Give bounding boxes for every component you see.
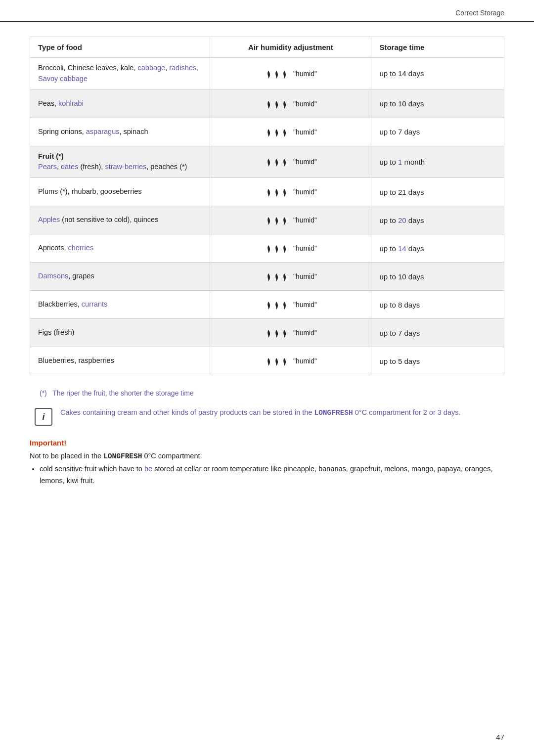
humidity-label: "humid" <box>293 128 317 136</box>
table-row: Figs (fresh) "humid" up <box>30 319 504 347</box>
humidity-label: "humid" <box>293 158 317 166</box>
col-header-storage: Storage time <box>371 37 504 58</box>
table-row: Apples (not sensitive to cold), quinces … <box>30 206 504 234</box>
storage-cell: up to 5 days <box>371 347 504 375</box>
humidity-label: "humid" <box>293 301 317 309</box>
food-cell: Peas, kohlrabi <box>30 89 210 118</box>
food-cell: Blueberries, raspberries <box>30 347 210 375</box>
storage-cell: up to 20 days <box>371 206 504 234</box>
food-cell: Broccoli, Chinese leaves, kale, cabbage,… <box>30 58 210 90</box>
table-row: Spring onions, asparagus, spinach "humid… <box>30 118 504 146</box>
table-row: Apricots, cherries "humid" <box>30 234 504 263</box>
humid-icon <box>265 95 288 113</box>
humid-icon <box>265 211 288 229</box>
storage-cell: up to 8 days <box>371 291 504 319</box>
food-cell: Fruit (*)Pears, dates (fresh), straw-ber… <box>30 146 210 178</box>
food-cell: Spring onions, asparagus, spinach <box>30 118 210 146</box>
col-header-humidity: Air humidity adjustment <box>210 37 371 58</box>
humidity-cell: "humid" <box>210 234 371 263</box>
humidity-cell: "humid" <box>210 118 371 146</box>
main-content: Type of food Air humidity adjustment Sto… <box>0 22 534 509</box>
humid-icon <box>265 267 288 285</box>
table-row: Blueberries, raspberries "humid" <box>30 347 504 375</box>
humid-icon <box>265 296 288 313</box>
humidity-cell: "humid" <box>210 319 371 347</box>
table-row: Blackberries, currants "humid" <box>30 291 504 319</box>
storage-cell: up to 14 days <box>371 234 504 263</box>
humid-icon <box>265 324 288 342</box>
food-cell: Plums (*), rhubarb, gooseberries <box>30 178 210 206</box>
storage-cell: up to 10 days <box>371 89 504 118</box>
note-text: Cakes containing cream and other kinds o… <box>60 407 461 419</box>
table-row: Damsons, grapes "humid" <box>30 263 504 291</box>
humidity-label: "humid" <box>293 188 317 196</box>
humid-icon <box>265 183 288 201</box>
humidity-label: "humid" <box>293 70 317 78</box>
col-header-food: Type of food <box>30 37 210 58</box>
humidity-cell: "humid" <box>210 178 371 206</box>
humid-icon <box>265 352 288 370</box>
food-cell: Apples (not sensitive to cold), quinces <box>30 206 210 234</box>
humidity-cell: "humid" <box>210 263 371 291</box>
note-section: i Cakes containing cream and other kinds… <box>30 407 504 426</box>
table-row: Peas, kohlrabi "humid" u <box>30 89 504 118</box>
storage-cell: up to 7 days <box>371 319 504 347</box>
humidity-cell: "humid" <box>210 146 371 178</box>
food-cell: Figs (fresh) <box>30 319 210 347</box>
table-row: Plums (*), rhubarb, gooseberries "humid" <box>30 178 504 206</box>
page-number: 47 <box>496 733 504 741</box>
table-row: Fruit (*)Pears, dates (fresh), straw-ber… <box>30 146 504 178</box>
storage-cell: up to 1 month <box>371 146 504 178</box>
important-body: Not to be placed in the LONGFRESH 0°C co… <box>30 450 504 487</box>
storage-cell: up to 10 days <box>371 263 504 291</box>
humidity-cell: "humid" <box>210 347 371 375</box>
humid-icon <box>265 153 288 171</box>
storage-cell: up to 14 days <box>371 58 504 90</box>
humidity-label: "humid" <box>293 100 317 108</box>
storage-table: Type of food Air humidity adjustment Sto… <box>30 37 504 375</box>
table-row: Broccoli, Chinese leaves, kale, cabbage,… <box>30 58 504 90</box>
food-cell: Damsons, grapes <box>30 263 210 291</box>
humidity-label: "humid" <box>293 216 317 224</box>
humid-icon <box>265 123 288 141</box>
storage-cell: up to 7 days <box>371 118 504 146</box>
humidity-label: "humid" <box>293 272 317 280</box>
humidity-label: "humid" <box>293 329 317 337</box>
page-header: Correct Storage <box>0 0 534 22</box>
footnote: The riper the fruit, the shorter the sto… <box>30 389 504 397</box>
info-icon: i <box>35 408 52 426</box>
humid-icon <box>265 65 288 83</box>
header-title: Correct Storage <box>455 9 504 17</box>
important-section: Important! Not to be placed in the LONGF… <box>30 439 504 487</box>
humidity-cell: "humid" <box>210 58 371 90</box>
food-cell: Blackberries, currants <box>30 291 210 319</box>
humidity-label: "humid" <box>293 244 317 252</box>
important-label: Important! <box>30 439 504 447</box>
humidity-cell: "humid" <box>210 89 371 118</box>
humidity-cell: "humid" <box>210 291 371 319</box>
humidity-label: "humid" <box>293 357 317 365</box>
humidity-cell: "humid" <box>210 206 371 234</box>
food-cell: Apricots, cherries <box>30 234 210 263</box>
humid-icon <box>265 239 288 257</box>
storage-cell: up to 21 days <box>371 178 504 206</box>
